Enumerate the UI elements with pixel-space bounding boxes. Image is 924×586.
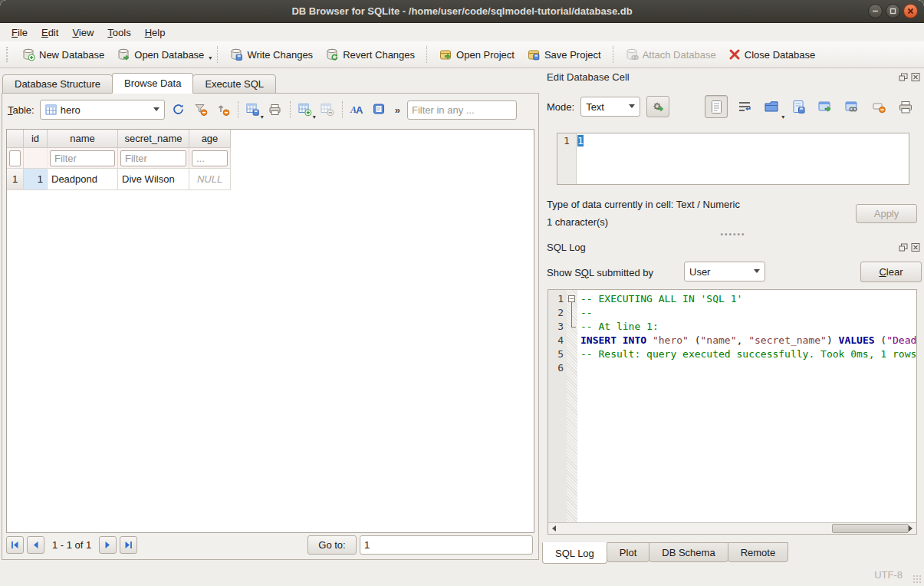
titlebar[interactable]: DB Browser for SQLite - /home/user/code/… xyxy=(0,0,924,23)
maximize-button[interactable] xyxy=(886,4,900,18)
float-dock-icon[interactable] xyxy=(898,242,908,252)
save-results-button[interactable]: ▾ xyxy=(245,102,261,117)
filter-secret-name-input[interactable] xyxy=(120,150,186,166)
write-changes-button[interactable]: Write Changes xyxy=(223,44,319,64)
sql-log-editor[interactable]: 12 34 56 – -- EXECUTING ALL IN 'SQL 1' -… xyxy=(547,289,917,535)
scroll-left-icon[interactable] xyxy=(548,523,560,534)
table-select[interactable]: hero xyxy=(40,100,165,120)
cell-type-info: Type of data currently in cell: Text / N… xyxy=(547,199,740,210)
grid-corner-header[interactable] xyxy=(7,130,24,148)
open-project-button[interactable]: Open Project xyxy=(432,44,521,64)
auto-format-button[interactable] xyxy=(646,96,669,117)
last-record-button[interactable] xyxy=(120,536,137,554)
close-dock-icon[interactable] xyxy=(910,242,920,252)
refresh-button[interactable] xyxy=(170,102,187,117)
find-in-table-button[interactable] xyxy=(371,102,388,117)
menu-file[interactable]: File xyxy=(5,25,35,41)
cell-editor-content[interactable]: 1 xyxy=(577,133,909,184)
resize-grip[interactable] xyxy=(912,574,922,584)
sql-submitter-select[interactable]: User xyxy=(684,262,765,281)
fold-collapse-icon[interactable]: – xyxy=(568,295,575,302)
filter-row-header-box xyxy=(9,150,21,166)
tab-database-structure[interactable]: Database Structure xyxy=(2,74,113,94)
menu-edit[interactable]: Edit xyxy=(35,25,65,41)
delete-record-button[interactable] xyxy=(319,102,336,117)
filter-name-input[interactable] xyxy=(50,150,115,166)
scroll-right-icon[interactable] xyxy=(905,523,916,534)
tab-execute-sql[interactable]: Execute SQL xyxy=(192,74,276,94)
new-database-button[interactable]: New Database xyxy=(15,44,110,64)
column-header-name[interactable]: name xyxy=(48,130,118,148)
print-cell-icon[interactable] xyxy=(896,97,916,117)
clear-filters-button[interactable] xyxy=(192,102,209,117)
import-data-icon[interactable]: ▾ xyxy=(761,97,781,117)
goto-record-input[interactable] xyxy=(360,535,533,555)
print-button[interactable] xyxy=(267,102,284,117)
word-wrap-icon[interactable] xyxy=(735,97,755,117)
log-horizontal-scrollbar[interactable] xyxy=(548,522,916,534)
insert-record-menu-caret[interactable]: ▾ xyxy=(313,114,316,120)
import-menu-caret[interactable]: ▾ xyxy=(781,114,784,120)
filter-any-column-input[interactable] xyxy=(407,100,517,120)
revert-changes-button[interactable]: Revert Changes xyxy=(319,44,421,64)
tab-remote[interactable]: Remote xyxy=(728,542,789,562)
column-header-id[interactable]: id xyxy=(24,130,48,148)
filter-age-input[interactable] xyxy=(192,150,228,166)
open-database-button[interactable]: Open Database xyxy=(110,44,210,64)
link-cell-icon[interactable] xyxy=(842,97,862,117)
set-null-icon[interactable] xyxy=(869,97,889,117)
log-fold-margin[interactable]: – xyxy=(567,290,577,522)
close-button[interactable] xyxy=(903,4,918,18)
insert-record-button[interactable]: ▾ xyxy=(297,102,314,117)
cell-secret-name[interactable]: Dive Wilson xyxy=(118,169,189,190)
float-dock-icon[interactable] xyxy=(898,72,908,81)
first-record-button[interactable] xyxy=(6,536,24,554)
font-settings-button[interactable]: AA xyxy=(349,102,366,117)
toolbar-overflow-chevron[interactable]: » xyxy=(393,104,402,116)
open-database-menu-caret[interactable]: ▾ xyxy=(209,54,212,61)
next-record-button[interactable] xyxy=(99,536,117,554)
export-data-icon[interactable] xyxy=(788,97,808,117)
scrollbar-thumb[interactable] xyxy=(832,524,909,533)
apply-cell-icon[interactable] xyxy=(815,97,835,117)
record-navigation: 1 - 1 of 1 Go to: xyxy=(6,535,533,555)
close-dock-icon[interactable] xyxy=(910,72,920,81)
save-results-menu-caret[interactable]: ▾ xyxy=(261,114,264,120)
mode-select[interactable]: Text xyxy=(580,97,640,117)
toolbar-handle[interactable] xyxy=(6,47,11,62)
toolbar-separator xyxy=(238,101,238,118)
column-header-age[interactable]: age xyxy=(189,130,231,148)
tab-browse-data[interactable]: Browse Data xyxy=(112,73,193,94)
text-mode-icon[interactable] xyxy=(705,95,728,118)
toolbar-separator xyxy=(613,46,613,63)
menu-view[interactable]: View xyxy=(65,25,100,41)
save-project-button[interactable]: Save Project xyxy=(521,44,607,64)
open-project-icon xyxy=(439,48,452,61)
main-tabbar: Database Structure Browse Data Execute S… xyxy=(2,73,275,94)
cell-age-null[interactable]: NULL xyxy=(189,169,231,190)
previous-record-button[interactable] xyxy=(27,536,44,554)
clear-sorting-button[interactable] xyxy=(215,102,232,117)
goto-button[interactable]: Go to: xyxy=(307,535,357,555)
clear-log-button[interactable]: Clear xyxy=(860,262,922,282)
open-project-label: Open Project xyxy=(456,49,515,61)
edit-cell-toolbar: ▾ xyxy=(705,95,916,118)
row-header[interactable]: 1 xyxy=(7,169,24,190)
close-database-button[interactable]: Close Database xyxy=(722,45,822,64)
cell-id[interactable]: 1 xyxy=(24,169,48,190)
toolbar-separator xyxy=(217,46,218,63)
log-code-area[interactable]: -- EXECUTING ALL IN 'SQL 1' -- -- At lin… xyxy=(577,290,916,522)
filter-name-cell xyxy=(48,148,118,169)
dock-splitter-handle[interactable]: •••••• xyxy=(542,230,924,239)
minimize-button[interactable] xyxy=(868,4,883,18)
tab-db-schema[interactable]: DB Schema xyxy=(649,542,728,562)
cell-name[interactable]: Deadpond xyxy=(48,169,118,190)
menu-tools[interactable]: Tools xyxy=(100,25,137,41)
menu-help[interactable]: Help xyxy=(138,25,173,41)
tab-sql-log[interactable]: SQL Log xyxy=(542,542,607,564)
chevron-down-icon xyxy=(629,104,635,108)
cell-editor[interactable]: 1 1 xyxy=(557,133,909,185)
column-header-secret-name[interactable]: secret_name xyxy=(118,130,189,148)
attach-database-button: Attach Database xyxy=(619,44,722,64)
tab-plot[interactable]: Plot xyxy=(607,542,649,562)
